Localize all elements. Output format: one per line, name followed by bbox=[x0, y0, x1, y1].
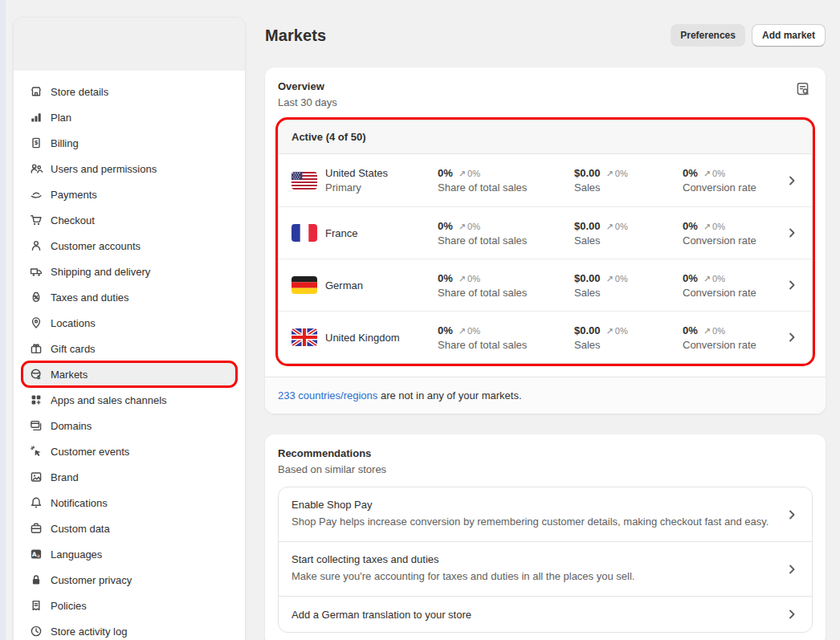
taxes-and-duties-icon bbox=[30, 291, 43, 304]
stat-delta: ↗0% bbox=[459, 222, 480, 232]
chevron-right-icon bbox=[785, 174, 799, 187]
sidebar-item-brand[interactable]: Brand bbox=[23, 466, 235, 488]
svg-text:$: $ bbox=[34, 139, 38, 146]
sidebar-item-label: Customer privacy bbox=[51, 574, 132, 586]
preferences-button[interactable]: Preferences bbox=[671, 24, 745, 47]
recommendation-start-collecting-taxes-and-duties[interactable]: Start collecting taxes and dutiesMake su… bbox=[279, 541, 812, 596]
sidebar-item-payments[interactable]: Payments bbox=[23, 183, 235, 206]
market-stat-sales: $0.00↗0%Sales bbox=[574, 324, 683, 351]
stat-label: Conversion rate bbox=[683, 181, 785, 194]
locations-icon bbox=[30, 316, 43, 329]
sidebar-item-label: Markets bbox=[51, 369, 88, 381]
sidebar-item-markets[interactable]: $Markets bbox=[23, 363, 235, 385]
sidebar-item-users-and-permissions[interactable]: Users and permissions bbox=[23, 157, 235, 180]
recommendations-card: Recommendations Based on similar stores … bbox=[265, 434, 826, 640]
sidebar-item-notifications[interactable]: Notifications bbox=[23, 491, 235, 514]
window-left-edge bbox=[0, 0, 6, 640]
stat-label: Share of total sales bbox=[438, 339, 574, 351]
market-name: United Kingdom bbox=[325, 332, 438, 344]
stat-top: 0%↗0% bbox=[438, 220, 574, 232]
market-row-france[interactable]: France0%↗0%Share of total sales$0.00↗0%S… bbox=[279, 206, 812, 259]
add-market-button[interactable]: Add market bbox=[752, 24, 826, 47]
sidebar-item-customer-accounts[interactable]: Customer accounts bbox=[23, 234, 235, 257]
header-actions: Preferences Add market bbox=[671, 24, 826, 47]
market-row-german[interactable]: German0%↗0%Share of total sales$0.00↗0%S… bbox=[279, 259, 812, 311]
recommendation-title: Start collecting taxes and duties bbox=[292, 553, 634, 565]
stat-value: 0% bbox=[438, 272, 453, 284]
market-stat-share-of-total-sales: 0%↗0%Share of total sales bbox=[438, 272, 574, 299]
stat-delta: ↗0% bbox=[703, 274, 725, 284]
customer-accounts-icon bbox=[30, 239, 43, 252]
sidebar-item-domains[interactable]: Domains bbox=[23, 414, 235, 437]
stat-top: 0%↗0% bbox=[683, 272, 785, 284]
sidebar-item-policies[interactable]: Policies bbox=[23, 594, 235, 617]
sidebar-item-custom-data[interactable]: Custom data bbox=[23, 517, 235, 540]
stat-value: $0.00 bbox=[574, 272, 601, 284]
market-name-col: United Kingdom bbox=[325, 332, 438, 344]
stat-label: Share of total sales bbox=[438, 181, 574, 194]
chevron-right-icon bbox=[785, 331, 799, 344]
sidebar-item-store-activity-log[interactable]: Store activity log bbox=[23, 620, 235, 640]
sidebar-item-customer-privacy[interactable]: Customer privacy bbox=[23, 569, 235, 591]
sidebar-item-plan[interactable]: Plan bbox=[23, 106, 235, 128]
active-markets-section: Active (4 of 50) United StatesPrimary0%↗… bbox=[278, 120, 813, 364]
chevron-right-icon bbox=[785, 226, 799, 239]
stat-delta-value: 0% bbox=[615, 222, 628, 231]
sidebar-item-apps-and-sales-channels[interactable]: Apps and sales channels bbox=[23, 389, 235, 411]
stat-top: 0%↗0% bbox=[438, 324, 574, 336]
sidebar-item-label: Domains bbox=[51, 420, 92, 432]
stat-delta-value: 0% bbox=[712, 169, 725, 178]
sidebar-item-label: Customer events bbox=[51, 446, 129, 458]
stat-delta: ↗0% bbox=[459, 169, 480, 179]
countries-regions-link[interactable]: 233 countries/regions bbox=[278, 389, 377, 402]
recommendation-text: Start collecting taxes and dutiesMake su… bbox=[292, 553, 634, 585]
market-stat-conversion-rate: 0%↗0%Conversion rate bbox=[683, 167, 785, 194]
overview-title: Overview bbox=[278, 80, 337, 92]
recommendation-description: Make sure you're accounting for taxes an… bbox=[292, 569, 634, 585]
notifications-icon bbox=[30, 496, 43, 509]
sidebar-item-languages[interactable]: AaLanguages bbox=[23, 543, 235, 565]
sidebar-item-billing[interactable]: $Billing bbox=[23, 132, 235, 154]
sidebar-item-checkout[interactable]: Checkout bbox=[23, 209, 235, 231]
main-content: Markets Preferences Add market Overview … bbox=[265, 0, 826, 640]
sidebar-item-label: Notifications bbox=[51, 497, 108, 509]
uk-flag-icon bbox=[292, 328, 317, 346]
stat-label: Share of total sales bbox=[438, 287, 574, 299]
stat-top: $0.00↗0% bbox=[574, 167, 683, 179]
recommendations-title: Recommendations bbox=[278, 447, 813, 459]
view-report-icon bbox=[795, 81, 811, 100]
stat-label: Conversion rate bbox=[683, 339, 785, 351]
page-title: Markets bbox=[265, 26, 326, 45]
view-report-button[interactable] bbox=[793, 80, 813, 100]
recommendation-add-a-german-translation-to-your-store[interactable]: Add a German translation to your store bbox=[279, 596, 812, 632]
trend-up-icon: ↗ bbox=[703, 222, 711, 232]
store-details-icon bbox=[30, 85, 43, 98]
market-stat-sales: $0.00↗0%Sales bbox=[574, 272, 683, 299]
stat-value: 0% bbox=[683, 324, 698, 336]
chevron-right-icon bbox=[785, 279, 799, 291]
market-stat-sales: $0.00↗0%Sales bbox=[574, 220, 683, 247]
stat-delta-value: 0% bbox=[615, 326, 628, 336]
overview-card: Overview Last 30 days Active (4 of 50) U… bbox=[265, 67, 826, 414]
sidebar-item-label: Checkout bbox=[51, 214, 95, 226]
sidebar-item-label: Customer accounts bbox=[51, 240, 141, 252]
market-row-united-kingdom[interactable]: United Kingdom0%↗0%Share of total sales$… bbox=[279, 311, 812, 363]
sidebar-item-locations[interactable]: Locations bbox=[23, 312, 235, 334]
market-row-united-states[interactable]: United StatesPrimary0%↗0%Share of total … bbox=[279, 154, 812, 206]
recommendation-description: Shop Pay helps increase conversion by re… bbox=[292, 514, 769, 530]
stat-delta-value: 0% bbox=[467, 326, 480, 336]
overview-card-head: Overview Last 30 days bbox=[278, 80, 813, 108]
sidebar-item-shipping-and-delivery[interactable]: Shipping and delivery bbox=[23, 260, 235, 283]
gift-cards-icon bbox=[30, 342, 43, 355]
sidebar-item-store-details[interactable]: Store details bbox=[23, 80, 235, 103]
sidebar-item-gift-cards[interactable]: Gift cards bbox=[23, 337, 235, 360]
stat-delta: ↗0% bbox=[606, 274, 628, 284]
trend-up-icon: ↗ bbox=[606, 326, 614, 336]
sidebar-item-label: Shipping and delivery bbox=[51, 266, 150, 278]
sidebar-item-label: Apps and sales channels bbox=[51, 394, 167, 406]
sidebar-item-customer-events[interactable]: Customer events bbox=[23, 440, 235, 463]
stat-delta: ↗0% bbox=[459, 326, 480, 336]
settings-nav: Store detailsPlan$BillingUsers and permi… bbox=[14, 71, 245, 640]
recommendation-enable-shop-pay[interactable]: Enable Shop PayShop Pay helps increase c… bbox=[279, 487, 812, 541]
sidebar-item-taxes-and-duties[interactable]: Taxes and duties bbox=[23, 286, 235, 308]
